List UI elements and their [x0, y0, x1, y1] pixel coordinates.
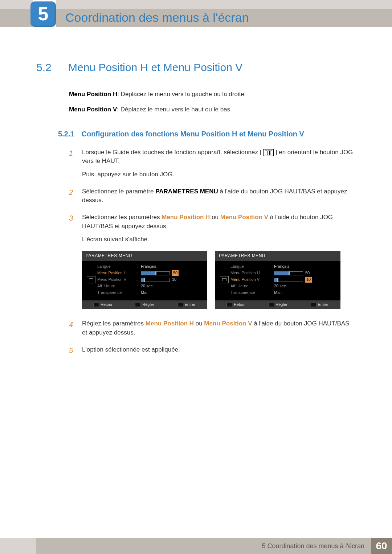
osd-v-regler: Régler: [257, 300, 299, 309]
subsection-title: Configuration des fonctions Menu Positio…: [81, 129, 304, 139]
osd-v-trans-label: Transparence: [230, 290, 270, 296]
osd-h-title: PARAMETRES MENU: [82, 251, 207, 261]
step-1: 1 Lorsque le Guide des touches de foncti…: [69, 148, 356, 184]
osd-h-mpv-label: Menu Position V: [97, 277, 137, 283]
section-title: Menu Position H et Menu Position V: [68, 59, 242, 75]
osd-v-trans-value: Mar.: [274, 290, 282, 296]
intro-line-v: Menu Position V: Déplacez le menu vers l…: [69, 105, 356, 114]
osd-h-aff-value: 20 sec.: [141, 283, 154, 289]
footer-left: 5 Coordination des menus à l'écran: [0, 538, 371, 554]
osd-panel-h: PARAMETRES MENU Langue:Français Menu Pos…: [82, 251, 207, 309]
osd-h-trans-label: Transparence: [97, 290, 137, 296]
osd-v-langue-value: Français: [274, 264, 289, 270]
osd-panel-v: PARAMETRES MENU Langue:Français Menu Pos…: [215, 251, 340, 309]
step-5-text: L'option sélectionnée est appliquée.: [82, 345, 356, 354]
osd-row: PARAMETRES MENU Langue:Français Menu Pos…: [82, 251, 356, 309]
step-1-line-1: Lorsque le Guide des touches de fonction…: [82, 148, 356, 166]
osd-v-slider-h: 50: [274, 270, 310, 276]
menu-icon: [263, 149, 274, 156]
menu-pos-h-orange: Menu Position H: [162, 214, 210, 221]
osd-menu-icon: [87, 276, 95, 283]
osd-h-langue-value: Français: [141, 264, 156, 270]
footer-chapter-ref: 5 Coordination des menus à l'écran: [262, 541, 364, 551]
section-heading: 5.2 Menu Position H et Menu Position V: [36, 59, 356, 75]
step-5-number: 5: [69, 345, 75, 359]
menu-pos-v-orange: Menu Position V: [220, 214, 268, 221]
intro-h-text: : Déplacez le menu vers la gauche ou la …: [117, 91, 246, 98]
step-3-number: 3: [69, 213, 75, 316]
osd-v-icon-col: [218, 263, 230, 296]
step-4-text: Réglez les paramètres Menu Position H ou…: [82, 319, 356, 337]
chapter-number-badge: 5: [30, 1, 56, 27]
section-number: 5.2: [36, 59, 58, 75]
osd-v-footer: Retour Régler Entrer: [215, 300, 340, 309]
step-2-number: 2: [69, 187, 75, 209]
osd-h-mph-label: Menu Position H: [97, 270, 137, 276]
osd-v-mph-label: Menu Position H: [230, 270, 270, 276]
osd-h-icon-col: [85, 263, 97, 296]
step-1-line-2: Puis, appuyez sur le bouton JOG.: [82, 170, 356, 179]
osd-v-langue-label: Langue: [230, 264, 270, 270]
osd-menu-icon: [220, 276, 229, 283]
step4-mpv: Menu Position V: [204, 320, 252, 327]
subsection-heading: 5.2.1 Configuration des fonctions Menu P…: [58, 129, 356, 139]
parametres-menu-bold: PARAMETRES MENU: [155, 188, 218, 195]
step-list: 1 Lorsque le Guide des touches de foncti…: [69, 148, 356, 358]
page-body: 5.2 Menu Position H et Menu Position V M…: [0, 27, 392, 358]
step-3-followup: L'écran suivant s'affiche.: [82, 235, 356, 244]
subsection-number: 5.2.1: [58, 129, 74, 139]
intro-line-h: Menu Position H: Déplacez le menu vers l…: [69, 90, 356, 99]
page: 5 Coordination des menus à l'écran 5.2 M…: [0, 0, 392, 554]
chapter-title: Coordination des menus à l'écran: [65, 9, 249, 26]
page-footer: 5 Coordination des menus à l'écran 60: [0, 538, 392, 554]
osd-h-aff-label: Aff. Heure: [97, 283, 137, 289]
osd-h-trans-value: Mar.: [141, 290, 148, 296]
chapter-number: 5: [38, 0, 49, 28]
osd-v-aff-label: Aff. Heure: [230, 283, 270, 289]
intro-h-label: Menu Position H: [69, 91, 117, 98]
osd-v-mpv-label: Menu Position V: [230, 277, 270, 283]
osd-v-title: PARAMETRES MENU: [215, 251, 340, 261]
osd-h-langue-label: Langue: [97, 264, 137, 270]
intro-block: Menu Position H: Déplacez le menu vers l…: [69, 90, 356, 114]
step-5: 5 L'option sélectionnée est appliquée.: [69, 345, 356, 359]
step-3-text: Sélectionnez les paramètres Menu Positio…: [82, 213, 356, 231]
osd-h-slider-v: 10: [141, 277, 176, 283]
page-number: 60: [371, 538, 392, 554]
step-2-text: Sélectionnez le paramètre PARAMETRES MEN…: [82, 187, 356, 205]
header-gutter: [0, 0, 33, 27]
osd-v-slider-v: 10: [274, 277, 312, 283]
intro-v-label: Menu Position V: [69, 106, 117, 113]
osd-h-retour: Retour: [82, 300, 124, 309]
header-band: 5 Coordination des menus à l'écran: [0, 0, 392, 27]
osd-h-slider-h: 50: [141, 270, 179, 276]
step-3: 3 Sélectionnez les paramètres Menu Posit…: [69, 213, 356, 316]
osd-v-aff-value: 20 sec.: [274, 283, 287, 289]
osd-h-regler: Régler: [124, 300, 166, 309]
step-1-number: 1: [69, 148, 75, 184]
osd-v-retour: Retour: [215, 300, 257, 309]
osd-v-entrer: Entrer: [299, 300, 340, 309]
osd-h-footer: Retour Régler Entrer: [82, 300, 207, 309]
intro-v-text: : Déplacez le menu vers le haut ou le ba…: [117, 106, 232, 113]
step-2: 2 Sélectionnez le paramètre PARAMETRES M…: [69, 187, 356, 209]
osd-h-entrer: Entrer: [166, 300, 207, 309]
step-4-number: 4: [69, 319, 75, 341]
step4-mph: Menu Position H: [146, 320, 194, 327]
header-title-wrap: Coordination des menus à l'écran: [56, 0, 392, 27]
step-4: 4 Réglez les paramètres Menu Position H …: [69, 319, 356, 341]
